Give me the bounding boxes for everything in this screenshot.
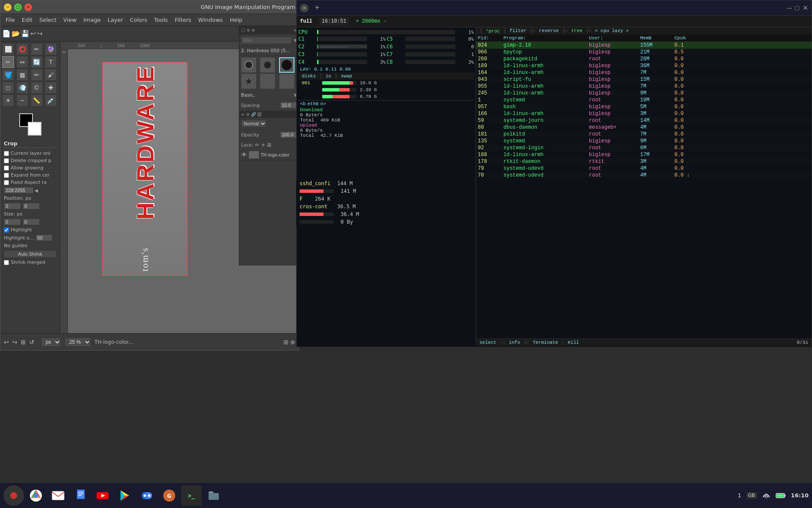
terminal-close-button[interactable]: ✕	[300, 4, 309, 12]
toolbar-new[interactable]: 📄	[2, 30, 11, 38]
proc-row-15[interactable]: 92 systemd-login root 6M 0.0	[476, 145, 812, 151]
bottom-info[interactable]: info	[509, 340, 520, 343]
tool-ellipse-select[interactable]: ⭕	[16, 43, 28, 55]
proc-row-17[interactable]: 178 rtkit-daemon rtkit 3M 0.0	[476, 158, 812, 165]
tool-measure[interactable]: 📏	[31, 95, 43, 106]
menu-image[interactable]: Image	[80, 15, 104, 25]
proc-row-4[interactable]: 164 ld-linux-armh biglesp 7M 0.0	[476, 69, 812, 76]
proc-row-8[interactable]: 1 systemd root 10M 0.0	[476, 97, 812, 103]
layer-th-logo[interactable]: 👁 TH-logo-color	[239, 150, 299, 160]
layer-opacity-input[interactable]	[280, 131, 297, 138]
proc-row-6[interactable]: 955 ld-linux-armh biglesp 7M 0.0	[476, 83, 812, 90]
menu-help[interactable]: Help	[227, 15, 246, 25]
proc-row-12[interactable]: 88 dbus-daemon messageb+ 4M 0.0	[476, 124, 812, 131]
proc-row-9[interactable]: 957 bash biglesp 5M 0.0	[476, 103, 812, 110]
proc-header-proc[interactable]: ᵃproc	[486, 28, 500, 34]
tool-color-picker[interactable]: 💉	[45, 95, 57, 106]
layer-mode-select[interactable]: Normal	[241, 120, 267, 127]
status-arrow-left[interactable]: ↩	[4, 339, 9, 346]
lock-pixels-icon[interactable]: ✏	[255, 142, 259, 148]
proc-row-11[interactable]: 59 systemd-journ root 14M 0.0	[476, 117, 812, 124]
auto-shrink-button[interactable]: Auto Shrink	[4, 250, 56, 258]
brush-item-2[interactable]	[260, 57, 275, 73]
brush-item-6[interactable]	[279, 74, 294, 89]
zoom-dropdown[interactable]: px	[41, 337, 61, 347]
col-pid[interactable]: Pid:	[478, 35, 503, 41]
terminal-minimize-button[interactable]: ─	[787, 4, 791, 12]
gimp-close-button[interactable]: ✕	[24, 3, 32, 11]
bottom-select[interactable]: select	[480, 340, 497, 343]
proc-header-reverse[interactable]: reverse	[539, 28, 559, 34]
col-cpu[interactable]: Cpu%	[674, 35, 709, 41]
tool-text[interactable]: T	[45, 56, 57, 68]
gimp-minimize-button[interactable]: ─	[4, 3, 12, 11]
toolbar-save[interactable]: 💾	[21, 30, 29, 38]
disk-header-disks[interactable]: disks	[302, 74, 316, 79]
export-icon[interactable]: ⊞	[284, 339, 289, 346]
menu-windows[interactable]: Windows	[195, 15, 227, 25]
expand-center-checkbox[interactable]	[4, 173, 9, 178]
disk-header-swap[interactable]: swap	[341, 74, 352, 79]
tool-transform[interactable]: ↔	[16, 56, 28, 68]
tool-crop[interactable]: ✂	[2, 56, 14, 68]
taskbar-assistant-icon[interactable]	[137, 485, 157, 506]
menu-filters[interactable]: Filters	[171, 15, 195, 25]
proc-row-3[interactable]: 189 ld-linux-armh biglesp 36M 0.0	[476, 62, 812, 69]
proc-header-cpu[interactable]: < cpu lazy >	[595, 28, 629, 34]
menu-layer[interactable]: Layer	[104, 15, 127, 25]
menu-select[interactable]: Select	[36, 15, 60, 25]
tray-gb-badge[interactable]: GB	[747, 492, 757, 499]
proc-row-16[interactable]: 188 ld-linux-armh biglesp 17M 0.0	[476, 151, 812, 158]
terminal-maximize-button[interactable]: □	[795, 4, 799, 12]
status-arrow-right[interactable]: ↪	[12, 339, 18, 346]
menu-edit[interactable]: Edit	[18, 15, 36, 25]
taskbar-record-button[interactable]	[3, 485, 24, 506]
tool-clone[interactable]: ©	[31, 82, 43, 94]
proc-row-14[interactable]: 135 systemd biglesp 9M 0.0	[476, 138, 812, 145]
highlight-opacity-input[interactable]	[35, 234, 53, 241]
taskbar-chrome-icon[interactable]	[26, 485, 46, 506]
tool-dodge[interactable]: ☀	[2, 95, 14, 106]
tool-flip[interactable]: 🔄	[31, 56, 43, 68]
taskbar-files-icon[interactable]	[203, 485, 224, 506]
menu-tools[interactable]: Tools	[151, 15, 171, 25]
bottom-kill[interactable]: Kill	[568, 340, 579, 343]
current-layer-checkbox[interactable]	[4, 151, 9, 156]
tool-brush[interactable]: 🖌	[45, 69, 57, 81]
lock-all-icon[interactable]: ⊞	[267, 142, 271, 148]
shrink-merged-checkbox[interactable]	[4, 260, 9, 265]
tool-bucket[interactable]: 🪣	[2, 69, 14, 81]
pos-x-field[interactable]	[4, 203, 21, 210]
proc-row-5[interactable]: 943 script-fu biglesp 15M 0.0	[476, 76, 812, 83]
proc-header-tree[interactable]: tree	[571, 28, 582, 34]
allow-growing-checkbox[interactable]	[4, 165, 9, 171]
proc-header-filter[interactable]: filter	[509, 28, 527, 34]
proc-row-13[interactable]: 181 polkitd root 7M 0.0	[476, 131, 812, 138]
tool-heal[interactable]: ✚	[45, 82, 57, 94]
proc-row-0[interactable]: 924 gimp-2.10 biglesp 155M 0.1	[476, 42, 812, 49]
proc-row-19[interactable]: 70 systemd-udevd root 4M 0.0 ↓	[476, 172, 812, 179]
brush-item-3-selected[interactable]	[279, 57, 294, 73]
tool-gradient[interactable]: ▦	[16, 69, 28, 81]
terminal-new-tab-button[interactable]: +	[312, 3, 322, 13]
size-w-field[interactable]	[4, 219, 21, 225]
brush-item-5[interactable]	[260, 74, 275, 89]
position-x-input[interactable]	[4, 187, 34, 194]
tool-fuzzy-select[interactable]: 🔮	[45, 43, 57, 55]
size-h-field[interactable]	[23, 219, 40, 225]
toolbar-open[interactable]: 📂	[12, 30, 20, 38]
taskbar-gmail-icon[interactable]	[48, 485, 68, 506]
terminal-close-title-button[interactable]: ✕	[803, 4, 808, 12]
canvas-zoom-dropdown[interactable]: 25 %	[65, 337, 91, 347]
color-swatch[interactable]	[19, 113, 41, 136]
tool-free-select[interactable]: ✏	[31, 43, 43, 55]
highlight-checkbox[interactable]	[4, 227, 9, 233]
brush-spacing-input[interactable]	[280, 102, 297, 109]
menu-view[interactable]: View	[60, 15, 80, 25]
layer-visibility-icon[interactable]: 👁	[241, 151, 247, 158]
brush-item-4[interactable]: ★	[241, 74, 256, 89]
col-program[interactable]: Program:	[503, 35, 589, 41]
tool-eraser[interactable]: ◻	[2, 82, 14, 94]
proc-row-10[interactable]: 166 ld-linux-armh biglesp 3M 0.0	[476, 110, 812, 117]
brush-item-1[interactable]	[241, 57, 256, 73]
